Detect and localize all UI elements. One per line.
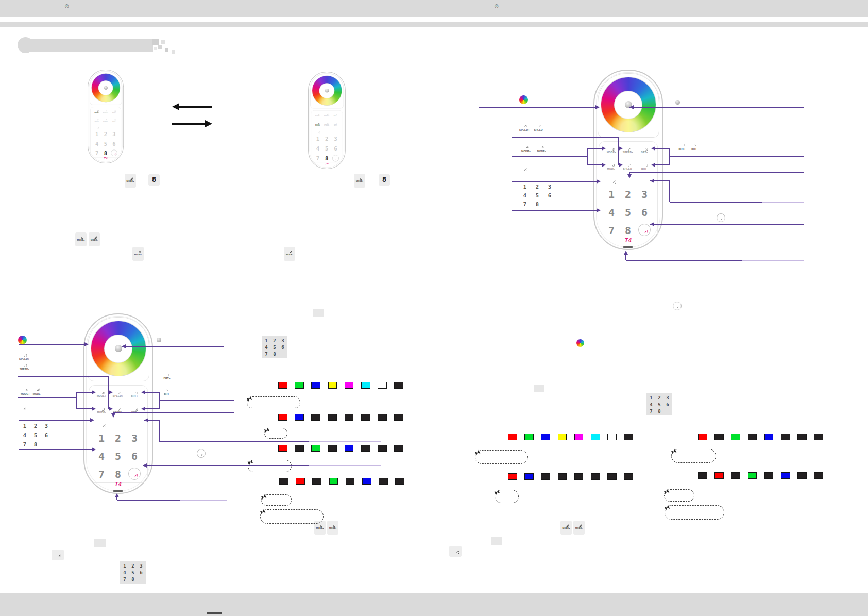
power-icon [197, 449, 206, 458]
callout-line [670, 202, 762, 203]
power-icon [334, 156, 337, 159]
key-label: MODE- [284, 253, 295, 256]
color-swatch-blue [362, 478, 371, 485]
pad-digit-5: 5 [131, 570, 134, 575]
callout-line [512, 156, 587, 157]
callout-arrowhead [597, 208, 601, 212]
callout-line [618, 137, 619, 165]
color-swatch-green [748, 472, 757, 479]
color-cycle-icon [95, 125, 99, 129]
callout-line [18, 397, 76, 398]
clock-icon [325, 121, 328, 124]
callout-line [117, 500, 180, 501]
swap-arrow-left-head [172, 103, 179, 110]
key-label: MODE+ [75, 239, 87, 241]
clock-icon [325, 112, 328, 115]
callout-arrowhead [90, 418, 94, 422]
pixel-decoration [165, 48, 168, 52]
callout-line [669, 181, 670, 202]
fan-reel-icon [287, 248, 292, 253]
callout-arrowhead [92, 390, 96, 394]
key-label: BRT+ [332, 115, 339, 117]
color-swatch-green [329, 478, 338, 485]
fan-reel-icon [538, 142, 544, 148]
ref-tile-color-cycle [449, 546, 462, 557]
color-swatch-black [378, 414, 387, 421]
callout-line [122, 346, 224, 347]
callout-line [762, 202, 804, 203]
key-digit-5: 5 [104, 141, 107, 147]
fan-reel-icon [22, 385, 28, 391]
grid-digit-6: 6 [45, 432, 48, 438]
callout-arrowhead [109, 390, 113, 394]
key-speed-plus: SPEED+ [102, 109, 110, 114]
pad-digit-2: 2 [131, 563, 134, 569]
color-swatch-black [378, 445, 387, 452]
key-brt-plus: BRT+ [637, 145, 652, 155]
brand-logo: T4 [104, 157, 108, 160]
swap-arrow-right [172, 123, 206, 125]
brt-plus-ref: BRT+ [163, 377, 170, 380]
color-swatch-blue [345, 445, 354, 452]
callout-arrowhead [141, 407, 145, 411]
key-placeholder [491, 537, 502, 545]
color-swatch-black [814, 434, 823, 440]
fan-reel-icon [609, 145, 615, 151]
callout-arrowhead [619, 146, 623, 151]
brt-plus-ref: BRT+ [678, 147, 685, 151]
grid-digit-6: 6 [548, 192, 551, 198]
color-swatch-black [607, 473, 617, 480]
callout-arrowhead [92, 407, 96, 411]
channel-keypad-ref: 12345678 [120, 561, 146, 584]
callout-arrowhead [92, 447, 96, 452]
grid-digit-1: 1 [23, 423, 26, 429]
key-mode-plus: MODE+ [604, 145, 619, 155]
charging-slot [113, 490, 123, 492]
key-label: MODE+ [94, 395, 109, 397]
color-swatch-red [296, 478, 305, 485]
color-swatch-black [395, 478, 404, 485]
cycle-selection-outline [247, 396, 300, 408]
clock-icon [536, 122, 541, 127]
grid-digit-2: 2 [536, 184, 539, 190]
ref-tile-mode-plus: MODE+ [132, 247, 144, 261]
ref-tile-mode-plus: MODE+ [75, 232, 87, 246]
ref-tile-mode-minus: MODE- [573, 521, 585, 535]
key-digit-4: 4 [95, 141, 98, 147]
sun-icon [334, 121, 337, 124]
rainbow-ring-icon [576, 339, 584, 347]
ref-tile-mode-plus: MODE+ [125, 174, 136, 188]
callout-line [654, 148, 670, 149]
key-brt-minus: BRT- [332, 121, 339, 127]
callout-line [76, 408, 93, 409]
key-digit-3: 3 [112, 131, 115, 138]
fan-reel-icon [357, 175, 362, 180]
power-icon [198, 451, 203, 456]
key-color-cycle [98, 421, 106, 429]
top-sub-bar [0, 22, 868, 27]
callout-line [670, 156, 804, 157]
clock-icon [521, 122, 527, 127]
key-label: MODE- [94, 411, 109, 414]
callout-arrowhead [595, 105, 600, 109]
color-swatch-black [346, 478, 355, 485]
cycle-selection-outline [664, 489, 694, 502]
color-swatch-black [574, 473, 584, 480]
key-speed-plus: SPEED+ [323, 112, 331, 118]
key-digit-7: 7 [95, 150, 98, 156]
ref-tile-mode-minus: MODE- [327, 521, 338, 535]
pad-digit-1: 1 [650, 395, 652, 401]
key-digit-6: 6 [131, 450, 138, 462]
fan-reel-icon [564, 522, 569, 527]
grid-digit-3: 3 [548, 184, 551, 190]
speed-minus-ref: SPEED- [534, 128, 544, 131]
grid-digit-3: 3 [45, 423, 48, 429]
key-mode-minus: MODE- [93, 118, 101, 123]
color-wheel [601, 77, 656, 132]
swap-arrow-right-head [205, 120, 212, 127]
key-mode-plus: MODE+ [93, 109, 101, 114]
color-swatch-magenta [574, 434, 584, 440]
fan-reel-icon [99, 405, 105, 411]
callout-line [742, 260, 804, 261]
pixel-decoration [154, 47, 157, 50]
